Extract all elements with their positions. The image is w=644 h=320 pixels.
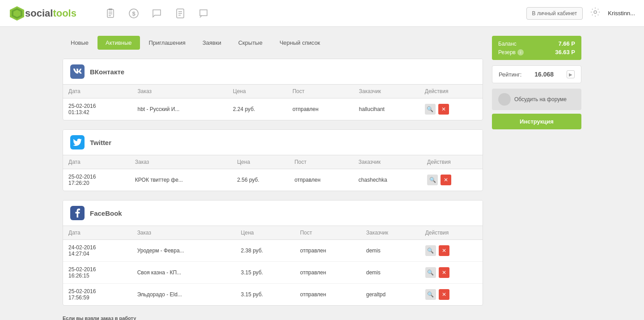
reserve-value: 36.63 Р: [555, 49, 575, 55]
logo-icon: [9, 5, 25, 21]
close-action-btn[interactable]: ✕: [441, 175, 451, 185]
search-action-btn[interactable]: 🔍: [425, 245, 436, 256]
tw-row1-price: 2.56 руб.: [232, 169, 289, 191]
search-action-btn[interactable]: 🔍: [427, 175, 438, 185]
tw-logo: [70, 135, 85, 149]
reserve-info-icon[interactable]: i: [517, 49, 524, 55]
fb-col-date: Дата: [63, 226, 132, 240]
document-icon[interactable]: [173, 6, 187, 21]
tab-blacklist[interactable]: Черный список: [271, 36, 328, 50]
logo-text-tools: tools: [53, 8, 76, 19]
sidebar: Баланс 7.66 Р Резерв i 36.63 Р Рейтинг: …: [492, 36, 581, 320]
logo-text-social: social: [25, 8, 53, 19]
vk-row1-price: 2.24 руб.: [228, 98, 287, 120]
fb-row1-date: 24-02-2016 14:27:04: [63, 240, 132, 262]
tw-col-post: Пост: [289, 155, 353, 169]
vk-col-post: Пост: [287, 85, 354, 98]
balance-box: Баланс 7.66 Р Резерв i 36.63 Р: [492, 36, 581, 60]
balance-label: Баланс: [498, 41, 517, 47]
fb-row1-price: 2.38 руб.: [236, 240, 295, 262]
search-action-btn[interactable]: 🔍: [425, 267, 436, 278]
balance-value: 7.66 Р: [558, 40, 575, 47]
svg-text:$: $: [132, 10, 136, 17]
forum-avatar: [498, 93, 511, 106]
speech-bubble-icon[interactable]: [196, 6, 211, 21]
vk-row1-date: 25-02-2016 01:13:42: [63, 98, 132, 120]
tab-new[interactable]: Новые: [63, 36, 97, 50]
fb-col-customer: Заказчик: [361, 226, 420, 240]
twitter-section: Twitter Дата Заказ Цена Пост Заказчик Де…: [63, 129, 483, 191]
logo[interactable]: socialtools: [9, 5, 76, 21]
fb-row2-date: 25-02-2016 16:26:15: [63, 262, 132, 284]
table-row: 24-02-2016 14:27:04 Уродерм - Февра... 2…: [63, 240, 483, 262]
instruction-btn[interactable]: Инструкция: [492, 114, 581, 129]
vkontakte-header: ВКонтакте: [63, 59, 483, 85]
fb-row3-customer: geraltpd: [361, 284, 420, 306]
svg-point-14: [594, 11, 597, 13]
search-action-btn[interactable]: 🔍: [425, 289, 436, 300]
reserve-row: Резерв i 36.63 Р: [498, 49, 575, 55]
fb-col-price: Цена: [236, 226, 295, 240]
close-action-btn[interactable]: ✕: [439, 245, 449, 256]
note-title-1: Если вы взяли заказ в работу: [63, 315, 483, 320]
dollar-icon[interactable]: $: [127, 6, 141, 21]
chat-icon[interactable]: [150, 6, 164, 21]
vk-col-actions: Действия: [419, 85, 483, 98]
tw-col-actions: Действия: [422, 155, 483, 169]
gear-icon[interactable]: [590, 7, 601, 20]
vk-row1-post: отправлен: [287, 98, 354, 120]
app-header: socialtools $ В личный кабинет Krisstinn…: [0, 0, 644, 27]
vk-col-order: Заказ: [132, 85, 228, 98]
vkontakte-table: Дата Заказ Цена Пост Заказчик Действия 2…: [63, 85, 483, 120]
svg-rect-3: [107, 9, 114, 17]
note-block-1: Если вы взяли заказ в работу Необходимо …: [63, 315, 483, 320]
vkontakte-title: ВКонтакте: [90, 68, 124, 76]
vkontakte-section: ВКонтакте Дата Заказ Цена Пост Заказчик …: [63, 59, 483, 120]
fb-row1-order: Уродерм - Февра...: [132, 240, 236, 262]
tabs: Новые Активные Приглашения Заявки Скрыты…: [63, 36, 483, 50]
tab-invitations[interactable]: Приглашения: [141, 36, 194, 50]
balance-row: Баланс 7.66 Р: [498, 40, 575, 47]
fb-col-order: Заказ: [132, 226, 236, 240]
tw-col-order: Заказ: [130, 155, 232, 169]
tab-active[interactable]: Активные: [97, 36, 140, 50]
main-container: Новые Активные Приглашения Заявки Скрыты…: [54, 27, 590, 320]
vk-col-customer: Заказчик: [354, 85, 419, 98]
fb-row3-order: Эльдорадо - Eld...: [132, 284, 236, 306]
vk-row1-actions: 🔍 ✕: [419, 98, 483, 120]
personal-cabinet-btn[interactable]: В личный кабинет: [526, 7, 583, 20]
tw-col-date: Дата: [63, 155, 130, 169]
close-action-btn[interactable]: ✕: [439, 289, 449, 300]
footer-notes: Если вы взяли заказ в работу Необходимо …: [63, 315, 483, 320]
forum-btn-label: Обсудить на форуме: [514, 96, 567, 102]
close-action-btn[interactable]: ✕: [439, 267, 449, 278]
facebook-table: Дата Заказ Цена Пост Заказчик Действия 2…: [63, 226, 483, 305]
facebook-section: FaceBook Дата Заказ Цена Пост Заказчик Д…: [63, 200, 483, 306]
fb-row3-price: 3.15 руб.: [236, 284, 295, 306]
search-action-btn[interactable]: 🔍: [425, 104, 436, 115]
vk-row1-customer: hallucihant: [354, 98, 419, 120]
close-action-btn[interactable]: ✕: [438, 104, 449, 115]
table-row: 25-02-2016 17:56:59 Эльдорадо - Eld... 3…: [63, 284, 483, 306]
vk-col-price: Цена: [228, 85, 287, 98]
tw-row1-actions: 🔍 ✕: [422, 169, 483, 191]
tab-orders[interactable]: Заявки: [195, 36, 229, 50]
tw-row1-date: 25-02-2016 17:26:20: [63, 169, 130, 191]
table-row: 25-02-2016 17:26:20 КРОК твиттер фе... 2…: [63, 169, 483, 191]
twitter-header: Twitter: [63, 130, 483, 155]
table-row: 25-02-2016 01:13:42 hbt - Русский И... 2…: [63, 98, 483, 120]
facebook-title: FaceBook: [90, 209, 122, 217]
tw-row1-order: КРОК твиттер фе...: [130, 169, 232, 191]
rating-info-icon[interactable]: ▶: [567, 70, 575, 78]
twitter-title: Twitter: [90, 139, 111, 146]
clipboard-icon[interactable]: [103, 6, 118, 21]
tw-col-price: Цена: [232, 155, 289, 169]
vk-row1-order: hbt - Русский И...: [132, 98, 228, 120]
fb-col-actions: Действия: [420, 226, 483, 240]
fb-col-post: Пост: [295, 226, 361, 240]
forum-btn[interactable]: Обсудить на форуме: [492, 89, 581, 110]
twitter-table: Дата Заказ Цена Пост Заказчик Действия 2…: [63, 155, 483, 191]
tab-hidden[interactable]: Скрытые: [230, 36, 271, 50]
tw-row1-customer: chashechka: [353, 169, 422, 191]
fb-row2-order: Своя казна - КП...: [132, 262, 236, 284]
